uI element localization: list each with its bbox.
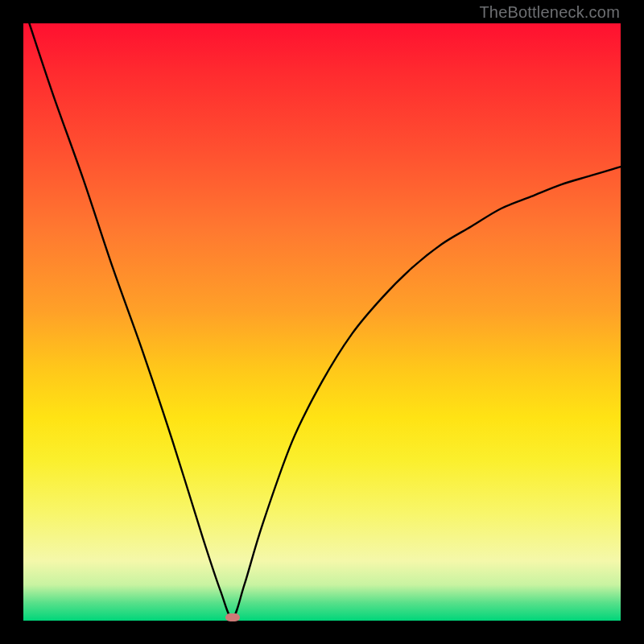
- bottleneck-curve: [23, 23, 621, 621]
- attribution-label: TheBottleneck.com: [479, 3, 620, 22]
- plot-area: [23, 23, 621, 621]
- chart-frame: TheBottleneck.com: [0, 0, 644, 644]
- optimum-marker: [225, 613, 240, 621]
